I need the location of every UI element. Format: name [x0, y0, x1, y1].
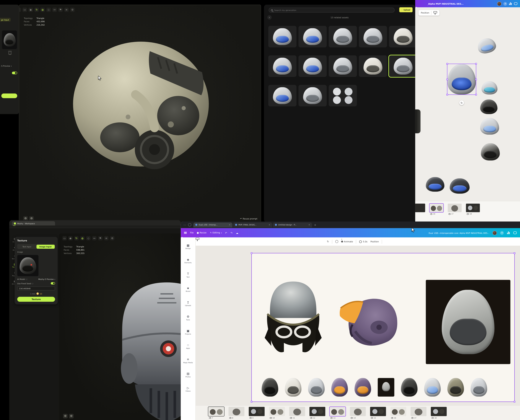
sidebar-item[interactable]: Photos — [181, 368, 196, 382]
asset-thumbnail[interactable] — [298, 55, 327, 77]
more-icon[interactable] — [183, 223, 186, 226]
sidebar-item[interactable]: Projects — [181, 325, 196, 339]
search-input[interactable] — [274, 9, 392, 11]
avatar[interactable] — [497, 1, 502, 6]
redo-icon[interactable] — [230, 231, 233, 234]
resize-handle[interactable] — [446, 78, 448, 80]
avatar[interactable] — [493, 231, 497, 235]
menu-icon[interactable] — [184, 231, 187, 234]
resize-handle[interactable] — [446, 94, 448, 96]
paint-roller-icon[interactable] — [434, 11, 437, 15]
canvas-object[interactable] — [426, 177, 444, 192]
resize-handle[interactable] — [475, 94, 477, 96]
resize-handle[interactable] — [251, 401, 252, 403]
helmet-3d-model[interactable] — [69, 37, 215, 176]
toggle-switch[interactable] — [12, 72, 17, 74]
duration-button[interactable]: 5.0s — [359, 240, 368, 243]
helmet-variant-thumbnail[interactable] — [260, 376, 280, 399]
undo-icon[interactable] — [225, 231, 227, 234]
viewport-tool-icon[interactable] — [104, 236, 108, 240]
delete-icon[interactable] — [9, 52, 11, 55]
sidebar-item[interactable]: Uploads — [181, 296, 196, 311]
browser-tab[interactable]: Meshy - Workspace — [12, 221, 55, 225]
viewport-tool-icon[interactable] — [74, 236, 79, 240]
viewport-tool-icon[interactable] — [62, 236, 67, 240]
sidebar-item[interactable]: Elements — [181, 254, 196, 268]
image-input-tab[interactable]: ge Input — [0, 18, 11, 22]
sidebar-item[interactable]: Tools — [181, 311, 196, 325]
resize-handle[interactable] — [251, 252, 252, 254]
asset-thumbnail[interactable] — [298, 85, 327, 106]
helmet-variant-thumbnail[interactable] — [353, 376, 373, 399]
model-preview-select[interactable]: -S Preview — [1, 65, 12, 67]
viewport-tool-icon[interactable] — [35, 8, 39, 12]
browser-tab[interactable]: Dual_USE—Interop... — [193, 222, 233, 227]
page-thumbnail[interactable]: 18 — [466, 204, 480, 223]
asset-thumbnail[interactable] — [268, 26, 296, 47]
helmet-variant-thumbnail[interactable] — [422, 376, 442, 399]
add-member-icon[interactable] — [500, 231, 504, 235]
sidebar-item[interactable]: Magic Media — [181, 353, 196, 368]
asset-thumbnail[interactable] — [359, 55, 387, 77]
canvas-object[interactable] — [476, 37, 497, 55]
reuse-prompt-button[interactable]: Reuse prompt — [240, 217, 257, 220]
resize-handle[interactable] — [475, 78, 477, 80]
canvas-object[interactable] — [480, 118, 499, 135]
sidebar-item[interactable]: Videos — [181, 382, 196, 396]
viewport-tool-icon[interactable] — [23, 8, 27, 12]
add-member-icon[interactable] — [504, 2, 507, 5]
seed-input[interactable] — [17, 286, 55, 290]
page-thumbnail[interactable]: 14 — [350, 407, 366, 420]
reference-image[interactable] — [17, 255, 38, 276]
tab-close-icon[interactable] — [308, 224, 310, 226]
page-thumbnail[interactable]: 17 — [448, 204, 462, 223]
viewport-tool-icon[interactable] — [40, 8, 45, 12]
input-image-thumbnail[interactable] — [2, 30, 17, 49]
helmet-variant-thumbnail[interactable] — [283, 376, 303, 399]
sidebar-item[interactable]: Design — [181, 239, 196, 254]
viewport-tool-icon[interactable] — [92, 236, 97, 240]
page-thumbnail[interactable]: 15 — [370, 407, 386, 420]
page-thumbnail[interactable]: 17 — [411, 407, 427, 420]
helmet-variant-thumbnail[interactable] — [469, 376, 489, 399]
browser-tab[interactable]: Untitled design - P... — [273, 222, 312, 227]
page-thumbnail[interactable]: 8 — [228, 407, 244, 420]
viewport-tool-icon[interactable] — [80, 236, 85, 240]
browser-tab[interactable]: MVP_FINAL DESIG... — [233, 222, 272, 227]
canvas-object[interactable] — [482, 81, 497, 95]
helmet-front-image[interactable] — [263, 275, 323, 358]
page-thumbnail[interactable]: 16 — [390, 407, 406, 420]
sidebar-item[interactable]: Brand — [181, 282, 196, 296]
comments-icon[interactable] — [513, 231, 517, 234]
viewport-tool-icon[interactable] — [58, 8, 63, 12]
home-icon[interactable] — [188, 223, 191, 226]
insights-icon[interactable] — [507, 231, 510, 234]
animate-button[interactable]: Animate — [341, 240, 353, 243]
viewport-tool-icon[interactable] — [98, 236, 103, 240]
page-thumbnail[interactable]: 11 — [289, 407, 305, 420]
history-thumbnail[interactable] — [69, 414, 74, 418]
viewport-tool-icon[interactable] — [68, 236, 73, 240]
design-title[interactable]: _Alpha MVP INDUSTRIAL DES... — [427, 2, 495, 5]
comments-icon[interactable] — [514, 2, 517, 5]
helmet-variant-thumbnail[interactable] — [306, 376, 326, 399]
page-thumbnail[interactable]: 16 — [430, 204, 443, 223]
expand-icon[interactable] — [19, 8, 21, 12]
viewport-tool-icon[interactable] — [64, 8, 69, 12]
color-swatch[interactable] — [335, 240, 338, 243]
insights-icon[interactable] — [509, 2, 512, 5]
helmet-variant-thumbnail[interactable] — [446, 376, 466, 399]
fixed-seed-toggle[interactable] — [51, 282, 55, 285]
resize-handle[interactable] — [446, 63, 448, 65]
page-thumbnail[interactable] — [415, 204, 425, 223]
design-page[interactable] — [251, 253, 515, 402]
resize-menu[interactable]: Resize — [197, 231, 206, 234]
canvas-object-partial[interactable] — [415, 109, 421, 133]
canvas-object[interactable] — [480, 99, 497, 114]
asset-thumbnail[interactable] — [389, 55, 415, 77]
text-input-tab[interactable]: Text Input — [18, 245, 36, 248]
helmet-variant-thumbnail[interactable] — [376, 376, 396, 399]
helmet-variant-thumbnail[interactable] — [399, 376, 419, 399]
refresh-icon[interactable] — [327, 240, 329, 243]
file-menu[interactable]: File — [190, 231, 194, 234]
